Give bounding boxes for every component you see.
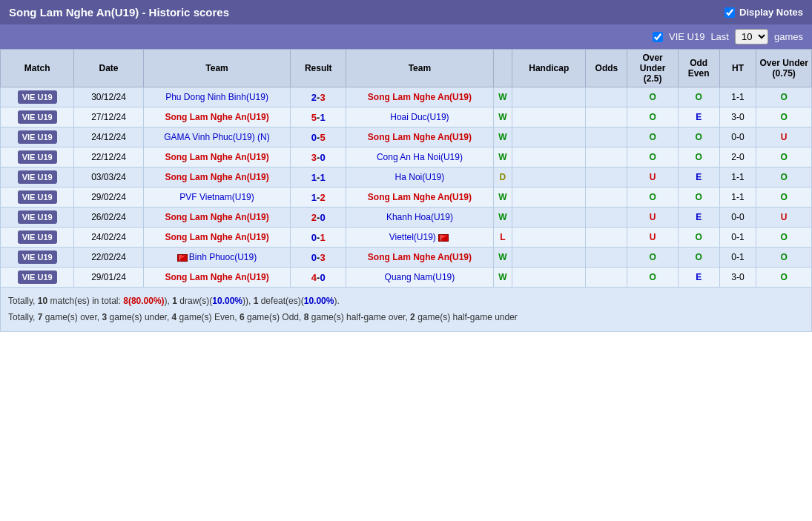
team2-name[interactable]: Khanh Hoa(U19) (386, 212, 453, 222)
team2-name[interactable]: Ha Noi(U19) (395, 172, 445, 182)
oddeven-cell: E (678, 268, 719, 288)
team2-name[interactable]: Song Lam Nghe An(U19) (368, 252, 472, 262)
match-badge[interactable]: VIE U19 (18, 90, 57, 104)
table-row: VIE U1924/12/24GAMA Vinh Phuc(U19) (N)0-… (1, 127, 812, 147)
team2-name[interactable]: Song Lam Nghe An(U19) (368, 92, 472, 102)
team1-name[interactable]: Song Lam Nghe An(U19) (165, 272, 268, 282)
score-display: 0-5 (311, 132, 326, 143)
draws-count: 1 (172, 296, 177, 306)
table-row: VIE U1929/01/24Song Lam Nghe An(U19)4-0Q… (1, 268, 812, 288)
ht-cell: 2-0 (719, 147, 756, 167)
odds-cell (586, 208, 627, 228)
match-badge[interactable]: VIE U19 (18, 130, 57, 144)
table-row: VIE U1930/12/24Phu Dong Ninh Binh(U19)2-… (1, 87, 812, 107)
header-handicap: Handicap (512, 50, 586, 87)
overunder25-value: U (650, 232, 656, 242)
score-display: 4-0 (311, 272, 326, 283)
team1-name[interactable]: Song Lam Nghe An(U19) (165, 172, 268, 182)
match-badge[interactable]: VIE U19 (18, 150, 57, 164)
match-badge[interactable]: VIE U19 (18, 190, 57, 204)
team1-name[interactable]: Song Lam Nghe An(U19) (165, 232, 268, 242)
match-cell: VIE U19 (1, 127, 74, 147)
team2-cell: Khanh Hoa(U19) (346, 208, 494, 228)
score-cell: 2-3 (291, 87, 346, 107)
odds-cell (586, 228, 627, 248)
outcome-badge: W (498, 192, 506, 202)
table-row: VIE U1926/02/24Song Lam Nghe An(U19)2-0K… (1, 208, 812, 228)
team2-name[interactable]: Song Lam Nghe An(U19) (368, 132, 472, 142)
display-notes-checkbox[interactable] (724, 7, 735, 18)
match-badge[interactable]: VIE U19 (18, 210, 57, 224)
oddeven-value: O (696, 92, 702, 102)
team1-name[interactable]: Song Lam Nghe An(U19) (165, 112, 268, 122)
score-cell: 5-1 (291, 107, 346, 127)
team2-cell: Quang Nam(U19) (346, 268, 494, 288)
odds-cell (586, 268, 627, 288)
handicap-cell (512, 268, 586, 288)
scores-table: Match Date Team Result Team Handicap Odd… (0, 49, 812, 288)
overunder075-value: U (781, 212, 788, 222)
overunder25-cell: U (627, 208, 678, 228)
team2-cell: Song Lam Nghe An(U19) (346, 188, 494, 208)
team2-cell: Hoai Duc(U19) (346, 107, 494, 127)
outcome-badge: W (498, 112, 506, 122)
team1-cell: PVF Vietnam(U19) (143, 188, 291, 208)
overunder25-value: O (649, 152, 656, 162)
match-badge[interactable]: VIE U19 (18, 170, 57, 184)
team2-name[interactable]: Song Lam Nghe An(U19) (368, 192, 472, 202)
team1-name[interactable]: Phu Dong Ninh Binh(U19) (165, 92, 268, 102)
team1-name[interactable]: PVF Vietnam(U19) (179, 192, 254, 202)
table-row: VIE U1927/12/24Song Lam Nghe An(U19)5-1H… (1, 107, 812, 127)
outcome-cell: W (493, 87, 512, 107)
handicap-cell (512, 208, 586, 228)
team1-name[interactable]: GAMA Vinh Phuc(U19) (N) (164, 132, 270, 142)
team2-name[interactable]: Viettel(U19) (389, 232, 436, 242)
games-over: 7 (38, 312, 43, 322)
odds-cell (586, 188, 627, 208)
score-display: 3-0 (311, 152, 326, 163)
score-cell: 0-1 (291, 228, 346, 248)
team1-cell: Song Lam Nghe An(U19) (143, 147, 291, 167)
games-select[interactable]: 5 10 15 20 (735, 29, 768, 44)
overunder25-cell: O (627, 87, 678, 107)
outcome-cell: W (493, 107, 512, 127)
team1-cell: Song Lam Nghe An(U19) (143, 167, 291, 188)
odds-cell (586, 107, 627, 127)
ht-cell: 3-0 (719, 107, 756, 127)
team1-name[interactable]: Song Lam Nghe An(U19) (165, 152, 268, 162)
outcome-cell: W (493, 208, 512, 228)
oddeven-value: O (696, 232, 702, 242)
header-team1: Team (143, 50, 291, 87)
odds-cell (586, 87, 627, 107)
team2-name[interactable]: Hoai Duc(U19) (390, 112, 449, 122)
team1-cell: Song Lam Nghe An(U19) (143, 228, 291, 248)
team2-name[interactable]: Cong An Ha Noi(U19) (377, 152, 463, 162)
vie-u19-checkbox[interactable] (653, 32, 663, 42)
match-badge[interactable]: VIE U19 (18, 110, 57, 124)
header-ht: HT (719, 50, 756, 87)
overunder075-value: O (781, 152, 788, 162)
overunder25-cell: O (627, 127, 678, 147)
wins-count: 8 (123, 296, 128, 306)
overunder25-value: O (649, 132, 656, 142)
games-label: games (774, 31, 803, 42)
team2-name[interactable]: Quang Nam(U19) (385, 272, 455, 282)
team1-name[interactable]: Binh Phuoc(U19) (189, 252, 257, 262)
team2-cell: Ha Noi(U19) (346, 167, 494, 188)
score-cell: 0-5 (291, 127, 346, 147)
date-cell: 22/02/24 (74, 248, 143, 268)
match-badge[interactable]: VIE U19 (18, 250, 57, 264)
score-cell: 4-0 (291, 268, 346, 288)
team1-name[interactable]: Song Lam Nghe An(U19) (165, 212, 268, 222)
outcome-cell: W (493, 147, 512, 167)
match-badge[interactable]: VIE U19 (18, 271, 57, 284)
match-badge[interactable]: VIE U19 (18, 230, 57, 244)
wins-pct: (80.00%) (128, 296, 165, 306)
outcome-badge: W (498, 132, 506, 142)
date-cell: 29/01/24 (74, 268, 143, 288)
table-body: VIE U1930/12/24Phu Dong Ninh Binh(U19)2-… (1, 87, 812, 288)
overunder075-cell: O (756, 248, 812, 268)
score-cell: 2-0 (291, 208, 346, 228)
games-odd: 6 (240, 312, 245, 322)
date-cell: 27/12/24 (74, 107, 143, 127)
